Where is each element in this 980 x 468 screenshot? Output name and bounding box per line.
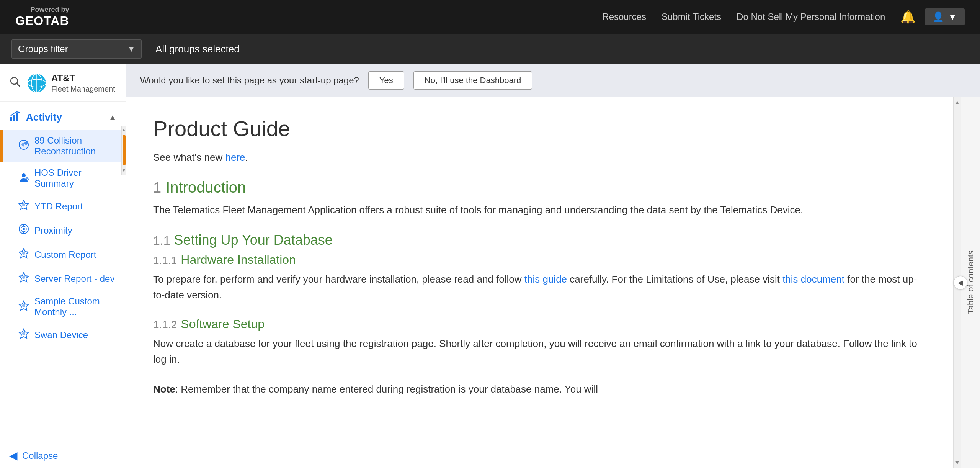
sidebar-item-collision-reconstruction[interactable]: 89 Collision Reconstruction	[0, 130, 126, 162]
product-guide-title: Product Guide	[153, 116, 926, 141]
top-nav-left: Powered by GEOTAB	[15, 6, 69, 28]
dropdown-chevron-icon: ▼	[127, 45, 135, 54]
content-with-toc: Product Guide See what's new here. 1 Int…	[126, 97, 980, 468]
intro-text: See what's new	[153, 152, 225, 163]
sidebar-item-sample-custom-monthly[interactable]: Sample Custom Monthly ...	[0, 291, 126, 323]
sidebar-scroll-indicator: ▲ ▼	[121, 126, 126, 175]
toc-label[interactable]: Table of contents	[966, 250, 976, 314]
sidebar-item-proximity[interactable]: Proximity	[0, 218, 126, 242]
content-area: Would you like to set this page as your …	[126, 64, 980, 468]
sidebar-item-swan-device[interactable]: Swan Device	[0, 323, 126, 347]
toc-sidebar: ◀ Table of contents	[961, 97, 980, 468]
body-text-2: carefully. For the Limitations of Use, p…	[567, 273, 782, 285]
svg-rect-9	[16, 113, 18, 121]
sidebar-item-server-report-dev[interactable]: Server Report - dev	[0, 267, 126, 291]
top-nav-right: Resources Submit Tickets Do Not Sell My …	[602, 8, 965, 25]
brand-name: AT&T Fleet Management	[51, 72, 115, 94]
geotab-logo-text: GEOTAB	[15, 14, 69, 28]
section-1-1-1-header: 1.1.1 Hardware Installation	[153, 253, 926, 267]
this-guide-link[interactable]: this guide	[524, 273, 567, 285]
server-report-dev-label: Server Report - dev	[34, 273, 114, 284]
no-dashboard-button[interactable]: No, I'll use the Dashboard	[413, 71, 532, 90]
hos-label: HOS Driver Summary	[34, 167, 117, 189]
sidebar-collapse-button[interactable]: ◀ Collapse	[0, 443, 126, 468]
search-icon[interactable]	[9, 76, 21, 90]
yes-button[interactable]: Yes	[368, 71, 404, 90]
section-1-1-1-title: Hardware Installation	[181, 253, 296, 267]
section-1-1-1-num: 1.1.1	[153, 254, 177, 267]
section-1-1-2-title: Software Setup	[181, 317, 265, 331]
custom-report-label: Custom Report	[34, 249, 96, 260]
resources-link[interactable]: Resources	[602, 11, 646, 22]
sidebar-item-custom-report[interactable]: Custom Report	[0, 242, 126, 267]
section-1-1-2-body: Now create a database for your fleet usi…	[153, 336, 926, 368]
submit-tickets-link[interactable]: Submit Tickets	[662, 11, 721, 22]
sidebar-items: 89 Collision Reconstruction HOS Driver S…	[0, 130, 126, 347]
powered-by-text: Powered by	[30, 6, 69, 14]
svg-point-23	[22, 276, 25, 279]
sidebar-nav: Activity ▲ 89 Collision Reconstructio	[0, 102, 126, 443]
hos-icon	[18, 172, 29, 185]
svg-point-14	[22, 203, 25, 206]
brand-logo: AT&T Fleet Management	[27, 72, 115, 94]
groups-filter-bar: Groups filter ▼ All groups selected	[0, 34, 980, 64]
sidebar-item-hos-driver-summary[interactable]: HOS Driver Summary	[0, 162, 126, 194]
ytd-label: YTD Report	[34, 201, 83, 212]
svg-point-17	[23, 228, 25, 230]
section-1-body: The Telematics Fleet Management Applicat…	[153, 202, 926, 218]
sidebar-section-activity[interactable]: Activity ▲	[0, 105, 126, 130]
proximity-label: Proximity	[34, 225, 72, 236]
sidebar-item-ytd-report[interactable]: YTD Report	[0, 194, 126, 218]
activity-icon	[9, 110, 21, 124]
sample-custom-monthly-label: Sample Custom Monthly ...	[34, 296, 117, 317]
body-text-1: To prepare for, perform and verify your …	[153, 273, 524, 285]
toc-collapse-button[interactable]: ◀	[954, 276, 967, 290]
intro-here-link[interactable]: here	[225, 152, 245, 163]
main-layout: AT&T Fleet Management Activity ▲	[0, 64, 980, 468]
sidebar-header: AT&T Fleet Management	[0, 64, 126, 102]
section-1-1-title: Setting Up Your Database	[174, 232, 332, 248]
collision-icon	[18, 139, 29, 153]
section-1-title: Introduction	[166, 179, 246, 196]
do-not-sell-link[interactable]: Do Not Sell My Personal Information	[737, 11, 885, 22]
section-1-1-1-body: To prepare for, perform and verify your …	[153, 272, 926, 303]
user-icon: 👤	[933, 11, 944, 22]
section-1-1-2-num: 1.1.2	[153, 319, 177, 331]
scroll-down-icon[interactable]: ▼	[122, 168, 126, 173]
server-report-icon	[18, 272, 29, 285]
collapse-arrow-icon: ◀	[9, 449, 18, 462]
brand-subtitle: Fleet Management	[51, 84, 115, 94]
user-menu[interactable]: 👤 ▼	[925, 8, 965, 25]
top-nav: Powered by GEOTAB Resources Submit Ticke…	[0, 0, 980, 34]
section-1-1-num: 1.1	[153, 234, 170, 248]
swan-device-icon	[18, 328, 29, 342]
active-indicator	[0, 130, 3, 162]
activity-label: Activity	[26, 111, 103, 123]
groups-filter-dropdown[interactable]: Groups filter ▼	[11, 39, 142, 59]
nav-icons: 🔔 👤 ▼	[900, 8, 965, 25]
scroll-up-icon[interactable]: ▲	[122, 127, 126, 133]
activity-collapse-icon: ▲	[108, 113, 117, 123]
this-document-link[interactable]: this document	[782, 273, 844, 285]
intro-line: See what's new here.	[153, 152, 926, 164]
notification-bell-icon[interactable]: 🔔	[900, 10, 916, 24]
svg-point-12	[22, 173, 26, 177]
collision-label: 89 Collision Reconstruction	[34, 135, 117, 157]
section-1-1-2-header: 1.1.2 Software Setup	[153, 317, 926, 331]
all-groups-selected-text: All groups selected	[155, 43, 240, 55]
geotab-logo: Powered by GEOTAB	[15, 6, 69, 28]
svg-point-22	[22, 252, 25, 255]
scroll-thumb	[122, 135, 126, 165]
swan-device-label: Swan Device	[34, 330, 88, 340]
svg-point-25	[22, 332, 25, 335]
collapse-label: Collapse	[22, 450, 58, 461]
brand-title: AT&T	[51, 72, 115, 84]
custom-report-icon	[18, 248, 29, 261]
svg-point-24	[22, 304, 25, 307]
section-1-header: 1 Introduction	[153, 179, 926, 196]
note-body: : Remember that the company name entered…	[175, 383, 598, 395]
svg-line-1	[17, 83, 20, 86]
note-bold: Note	[153, 383, 175, 395]
svg-point-11	[24, 142, 28, 145]
section-1-1-header: 1.1 Setting Up Your Database	[153, 232, 926, 248]
